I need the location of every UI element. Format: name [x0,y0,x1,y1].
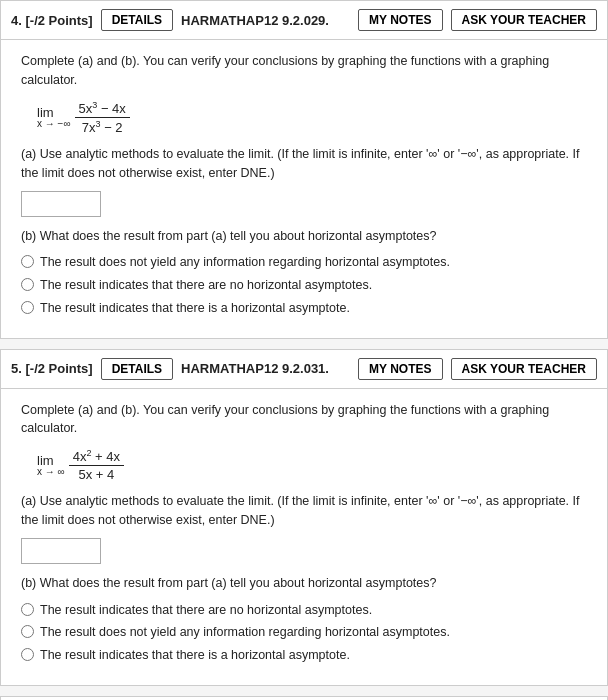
problem-5-body: Complete (a) and (b). You can verify you… [1,389,607,685]
problem-4-intro: Complete (a) and (b). You can verify you… [21,52,587,90]
problem-4-number: 4. [-/2 Points] [11,13,93,28]
radio-item[interactable]: The result indicates that there are no h… [21,601,587,620]
radio-item[interactable]: The result does not yield any informatio… [21,623,587,642]
radio-input[interactable] [21,603,34,616]
problem-5-number: 5. [-/2 Points] [11,361,93,376]
problem-4-part-a-text: (a) Use analytic methods to evaluate the… [21,145,587,183]
problem-5-radio-group: The result indicates that there are no h… [21,601,587,665]
problem-5-intro: Complete (a) and (b). You can verify you… [21,401,587,439]
details-button-4[interactable]: DETAILS [101,9,173,31]
problem-4-body: Complete (a) and (b). You can verify you… [1,40,607,338]
details-button-5[interactable]: DETAILS [101,358,173,380]
radio-input[interactable] [21,625,34,638]
radio-item[interactable]: The result does not yield any informatio… [21,253,587,272]
problem-5-header: 5. [-/2 Points] DETAILS HARMATHAP12 9.2.… [1,350,607,389]
problem-4-radio-group: The result does not yield any informatio… [21,253,587,317]
problem-5: 5. [-/2 Points] DETAILS HARMATHAP12 9.2.… [0,349,608,686]
radio-item[interactable]: The result indicates that there are no h… [21,276,587,295]
ask-teacher-button-4[interactable]: ASK YOUR TEACHER [451,9,597,31]
problem-4-part-a-input[interactable] [21,191,101,217]
radio-item[interactable]: The result indicates that there is a hor… [21,646,587,665]
problem-5-id: HARMATHAP12 9.2.031. [181,361,350,376]
problem-5-limit: lim x → ∞ 4x2 + 4x 5x + 4 [37,448,587,482]
my-notes-button-4[interactable]: MY NOTES [358,9,442,31]
problem-4-id: HARMATHAP12 9.2.029. [181,13,350,28]
radio-input[interactable] [21,255,34,268]
problem-5-part-a-input[interactable] [21,538,101,564]
problem-4-header: 4. [-/2 Points] DETAILS HARMATHAP12 9.2.… [1,1,607,40]
problem-5-part-b-label: (b) What does the result from part (a) t… [21,574,587,593]
problem-4-limit: lim x → −∞ 5x3 − 4x 7x3 − 2 [37,100,587,136]
problem-4: 4. [-/2 Points] DETAILS HARMATHAP12 9.2.… [0,0,608,339]
radio-input[interactable] [21,648,34,661]
problem-4-fraction: 5x3 − 4x 7x3 − 2 [75,100,130,136]
ask-teacher-button-5[interactable]: ASK YOUR TEACHER [451,358,597,380]
radio-input[interactable] [21,301,34,314]
problem-4-part-b-label: (b) What does the result from part (a) t… [21,227,587,246]
radio-input[interactable] [21,278,34,291]
problem-5-fraction: 4x2 + 4x 5x + 4 [69,448,124,482]
my-notes-button-5[interactable]: MY NOTES [358,358,442,380]
radio-item[interactable]: The result indicates that there is a hor… [21,299,587,318]
problem-6: 6. [-/2 Points] DETAILS HARMATHAP12 9.4.… [0,696,608,700]
problem-5-part-a-text: (a) Use analytic methods to evaluate the… [21,492,587,530]
